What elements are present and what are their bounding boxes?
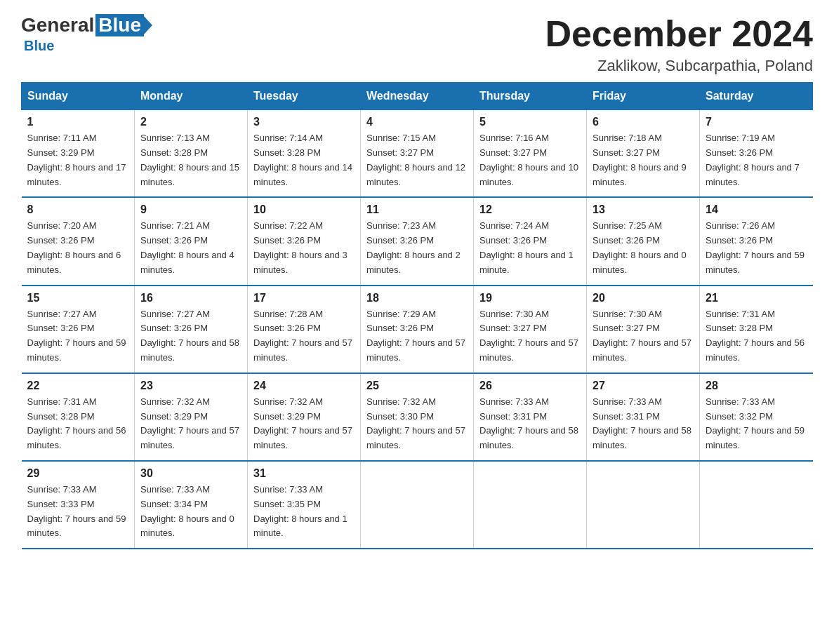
day-info: Sunrise: 7:20 AMSunset: 3:26 PMDaylight:… <box>27 219 129 277</box>
day-number: 22 <box>27 380 129 392</box>
calendar-week-4: 22 Sunrise: 7:31 AMSunset: 3:28 PMDaylig… <box>22 373 813 461</box>
day-info: Sunrise: 7:19 AMSunset: 3:26 PMDaylight:… <box>706 131 807 189</box>
logo-general-text: General <box>21 14 94 36</box>
day-number: 16 <box>140 292 241 304</box>
calendar-cell: 19 Sunrise: 7:30 AMSunset: 3:27 PMDaylig… <box>474 286 587 373</box>
day-number: 30 <box>140 467 241 480</box>
day-info: Sunrise: 7:27 AMSunset: 3:26 PMDaylight:… <box>27 307 129 365</box>
calendar-cell: 10 Sunrise: 7:22 AMSunset: 3:26 PMDaylig… <box>248 197 361 285</box>
calendar-cell: 12 Sunrise: 7:24 AMSunset: 3:26 PMDaylig… <box>474 197 587 285</box>
day-number: 6 <box>593 116 694 128</box>
day-number: 21 <box>706 292 807 304</box>
calendar-cell: 5 Sunrise: 7:16 AMSunset: 3:27 PMDayligh… <box>474 110 587 198</box>
day-number: 8 <box>27 203 129 216</box>
calendar-cell: 1 Sunrise: 7:11 AMSunset: 3:29 PMDayligh… <box>22 110 135 198</box>
day-info: Sunrise: 7:32 AMSunset: 3:29 PMDaylight:… <box>253 395 355 453</box>
day-info: Sunrise: 7:33 AMSunset: 3:35 PMDaylight:… <box>253 483 355 541</box>
day-info: Sunrise: 7:30 AMSunset: 3:27 PMDaylight:… <box>593 307 694 365</box>
day-number: 18 <box>366 292 468 304</box>
day-number: 20 <box>593 292 694 304</box>
calendar-cell: 11 Sunrise: 7:23 AMSunset: 3:26 PMDaylig… <box>361 197 474 285</box>
day-number: 27 <box>593 380 694 392</box>
day-info: Sunrise: 7:22 AMSunset: 3:26 PMDaylight:… <box>253 219 355 277</box>
header-tuesday: Tuesday <box>248 83 361 110</box>
day-number: 9 <box>140 203 241 216</box>
calendar-cell: 31 Sunrise: 7:33 AMSunset: 3:35 PMDaylig… <box>248 461 361 549</box>
day-number: 28 <box>706 380 807 392</box>
day-number: 4 <box>366 116 468 128</box>
day-info: Sunrise: 7:14 AMSunset: 3:28 PMDaylight:… <box>253 131 355 189</box>
header-wednesday: Wednesday <box>361 83 474 110</box>
day-info: Sunrise: 7:32 AMSunset: 3:30 PMDaylight:… <box>366 395 468 453</box>
calendar-cell: 25 Sunrise: 7:32 AMSunset: 3:30 PMDaylig… <box>361 373 474 461</box>
day-number: 19 <box>479 292 581 304</box>
calendar-cell: 13 Sunrise: 7:25 AMSunset: 3:26 PMDaylig… <box>587 197 700 285</box>
day-number: 24 <box>253 380 355 392</box>
header-friday: Friday <box>587 83 700 110</box>
day-info: Sunrise: 7:25 AMSunset: 3:26 PMDaylight:… <box>593 219 694 277</box>
day-number: 31 <box>253 467 355 480</box>
calendar-cell: 16 Sunrise: 7:27 AMSunset: 3:26 PMDaylig… <box>135 286 248 373</box>
calendar-cell: 30 Sunrise: 7:33 AMSunset: 3:34 PMDaylig… <box>135 461 248 549</box>
calendar-cell <box>700 461 813 549</box>
day-info: Sunrise: 7:23 AMSunset: 3:26 PMDaylight:… <box>366 219 468 277</box>
header-monday: Monday <box>135 83 248 110</box>
day-info: Sunrise: 7:33 AMSunset: 3:32 PMDaylight:… <box>706 395 807 453</box>
calendar-cell: 26 Sunrise: 7:33 AMSunset: 3:31 PMDaylig… <box>474 373 587 461</box>
day-number: 23 <box>140 380 241 392</box>
calendar-cell: 24 Sunrise: 7:32 AMSunset: 3:29 PMDaylig… <box>248 373 361 461</box>
day-info: Sunrise: 7:21 AMSunset: 3:26 PMDaylight:… <box>140 219 241 277</box>
day-info: Sunrise: 7:31 AMSunset: 3:28 PMDaylight:… <box>27 395 129 453</box>
calendar-cell: 27 Sunrise: 7:33 AMSunset: 3:31 PMDaylig… <box>587 373 700 461</box>
calendar-cell: 29 Sunrise: 7:33 AMSunset: 3:33 PMDaylig… <box>22 461 135 549</box>
calendar-cell: 17 Sunrise: 7:28 AMSunset: 3:26 PMDaylig… <box>248 286 361 373</box>
title-area: December 2024 Zaklikow, Subcarpathia, Po… <box>545 14 813 75</box>
logo: General Blue Blue <box>21 14 144 54</box>
day-number: 26 <box>479 380 581 392</box>
day-info: Sunrise: 7:16 AMSunset: 3:27 PMDaylight:… <box>479 131 581 189</box>
calendar-week-1: 1 Sunrise: 7:11 AMSunset: 3:29 PMDayligh… <box>22 110 813 198</box>
calendar-cell: 9 Sunrise: 7:21 AMSunset: 3:26 PMDayligh… <box>135 197 248 285</box>
day-info: Sunrise: 7:18 AMSunset: 3:27 PMDaylight:… <box>593 131 694 189</box>
calendar-week-3: 15 Sunrise: 7:27 AMSunset: 3:26 PMDaylig… <box>22 286 813 373</box>
day-info: Sunrise: 7:30 AMSunset: 3:27 PMDaylight:… <box>479 307 581 365</box>
calendar-week-5: 29 Sunrise: 7:33 AMSunset: 3:33 PMDaylig… <box>22 461 813 549</box>
day-info: Sunrise: 7:33 AMSunset: 3:34 PMDaylight:… <box>140 483 241 541</box>
calendar-cell: 4 Sunrise: 7:15 AMSunset: 3:27 PMDayligh… <box>361 110 474 198</box>
month-title: December 2024 <box>545 14 813 54</box>
calendar-cell: 23 Sunrise: 7:32 AMSunset: 3:29 PMDaylig… <box>135 373 248 461</box>
calendar-table: SundayMondayTuesdayWednesdayThursdayFrid… <box>21 82 813 549</box>
header-saturday: Saturday <box>700 83 813 110</box>
calendar-cell <box>587 461 700 549</box>
day-info: Sunrise: 7:11 AMSunset: 3:29 PMDaylight:… <box>27 131 129 189</box>
calendar-header-row: SundayMondayTuesdayWednesdayThursdayFrid… <box>22 83 813 110</box>
logo-blue-label: Blue <box>24 38 54 54</box>
calendar-cell: 20 Sunrise: 7:30 AMSunset: 3:27 PMDaylig… <box>587 286 700 373</box>
calendar-cell <box>361 461 474 549</box>
day-number: 29 <box>27 467 129 480</box>
calendar-cell: 14 Sunrise: 7:26 AMSunset: 3:26 PMDaylig… <box>700 197 813 285</box>
logo-blue-box: Blue <box>95 14 144 36</box>
day-info: Sunrise: 7:26 AMSunset: 3:26 PMDaylight:… <box>706 219 807 277</box>
day-number: 5 <box>479 116 581 128</box>
day-number: 15 <box>27 292 129 304</box>
calendar-cell <box>474 461 587 549</box>
day-info: Sunrise: 7:24 AMSunset: 3:26 PMDaylight:… <box>479 219 581 277</box>
calendar-cell: 6 Sunrise: 7:18 AMSunset: 3:27 PMDayligh… <box>587 110 700 198</box>
day-number: 2 <box>140 116 241 128</box>
day-number: 13 <box>593 203 694 216</box>
calendar-cell: 22 Sunrise: 7:31 AMSunset: 3:28 PMDaylig… <box>22 373 135 461</box>
page-header: General Blue Blue December 2024 Zaklikow… <box>21 14 813 75</box>
calendar-cell: 21 Sunrise: 7:31 AMSunset: 3:28 PMDaylig… <box>700 286 813 373</box>
calendar-cell: 8 Sunrise: 7:20 AMSunset: 3:26 PMDayligh… <box>22 197 135 285</box>
day-number: 14 <box>706 203 807 216</box>
day-number: 3 <box>253 116 355 128</box>
calendar-cell: 28 Sunrise: 7:33 AMSunset: 3:32 PMDaylig… <box>700 373 813 461</box>
header-sunday: Sunday <box>22 83 135 110</box>
calendar-cell: 15 Sunrise: 7:27 AMSunset: 3:26 PMDaylig… <box>22 286 135 373</box>
day-info: Sunrise: 7:28 AMSunset: 3:26 PMDaylight:… <box>253 307 355 365</box>
calendar-cell: 2 Sunrise: 7:13 AMSunset: 3:28 PMDayligh… <box>135 110 248 198</box>
day-number: 1 <box>27 116 129 128</box>
day-info: Sunrise: 7:33 AMSunset: 3:33 PMDaylight:… <box>27 483 129 541</box>
day-number: 11 <box>366 203 468 216</box>
